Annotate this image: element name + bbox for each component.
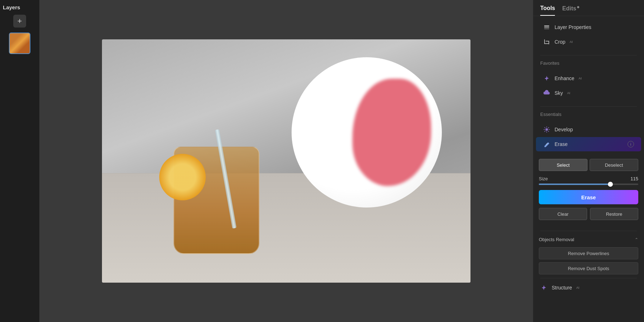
photo-lemon bbox=[159, 154, 206, 200]
edits-dot bbox=[577, 6, 579, 8]
tab-tools[interactable]: Tools bbox=[540, 5, 555, 16]
canvas-area bbox=[39, 0, 533, 322]
layer-thumb-inner bbox=[10, 33, 30, 53]
structure-label: Structure bbox=[552, 285, 572, 291]
tool-item-layer-properties[interactable]: Layer Properties bbox=[536, 20, 641, 34]
size-slider-fill bbox=[539, 184, 610, 185]
canvas-image[interactable] bbox=[102, 39, 470, 283]
remove-dust-spots-button[interactable]: Remove Dust Spots bbox=[539, 262, 638, 274]
size-value: 115 bbox=[630, 176, 638, 181]
tool-label-enhance: Enhance bbox=[555, 75, 574, 81]
chevron-up-icon: ⌃ bbox=[635, 237, 638, 242]
divider-4 bbox=[540, 278, 637, 278]
tool-item-enhance[interactable]: Enhance AI bbox=[536, 71, 641, 86]
section-header-favorites: Favorites bbox=[533, 58, 644, 67]
clear-button[interactable]: Clear bbox=[539, 208, 587, 220]
size-slider-track[interactable] bbox=[539, 184, 638, 185]
tool-section-main: Layer Properties Crop AI bbox=[533, 16, 644, 53]
divider-1 bbox=[540, 55, 637, 55]
tool-label-crop: Crop bbox=[555, 39, 565, 45]
svg-rect-2 bbox=[544, 28, 549, 29]
erase-info-icon[interactable]: i bbox=[628, 141, 634, 147]
layers-icon bbox=[543, 24, 550, 31]
structure-sparkle-icon bbox=[540, 284, 547, 291]
eraser-icon bbox=[543, 141, 550, 148]
structure-row[interactable]: Structure AI bbox=[533, 280, 644, 295]
select-deselect-row: Select Deselect bbox=[539, 159, 638, 171]
svg-rect-1 bbox=[544, 27, 549, 28]
crop-icon bbox=[543, 38, 550, 45]
size-slider-thumb[interactable] bbox=[608, 182, 613, 187]
tool-label-develop: Develop bbox=[555, 127, 573, 132]
layers-panel: Layers + bbox=[0, 0, 39, 322]
tool-section-essentials: Develop Erase i bbox=[533, 118, 644, 155]
clear-restore-row: Clear Restore bbox=[539, 208, 638, 220]
svg-rect-0 bbox=[544, 25, 549, 26]
layers-title: Layers bbox=[3, 4, 20, 10]
right-panel: Tools Edits Layer Properties bbox=[533, 0, 644, 322]
layer-thumbnail[interactable] bbox=[9, 33, 30, 54]
sky-ai-badge: AI bbox=[567, 91, 570, 95]
tool-item-sky[interactable]: Sky AI bbox=[536, 86, 641, 100]
restore-button[interactable]: Restore bbox=[590, 208, 638, 220]
tool-item-crop[interactable]: Crop AI bbox=[536, 35, 641, 49]
structure-ai-badge: AI bbox=[576, 286, 580, 289]
tool-item-erase[interactable]: Erase i bbox=[536, 137, 641, 151]
objects-removal-header[interactable]: Objects Removal ⌃ bbox=[533, 233, 644, 246]
erase-main-button[interactable]: Erase bbox=[539, 190, 638, 204]
deselect-button[interactable]: Deselect bbox=[590, 159, 638, 171]
top-tabs: Tools Edits bbox=[533, 0, 644, 16]
objects-removal-title: Objects Removal bbox=[539, 237, 574, 242]
tool-section-favorites: Enhance AI Sky AI bbox=[533, 67, 644, 104]
erase-controls: Select Deselect Size 115 Erase Clear Res… bbox=[533, 155, 644, 229]
divider-3 bbox=[540, 231, 637, 231]
size-label: Size bbox=[539, 176, 548, 181]
svg-point-3 bbox=[546, 128, 548, 131]
tool-label-layer-properties: Layer Properties bbox=[555, 24, 591, 30]
crop-ai-badge: AI bbox=[570, 40, 573, 44]
sun-icon bbox=[543, 126, 550, 133]
tool-label-erase: Erase bbox=[555, 141, 568, 147]
divider-2 bbox=[540, 106, 637, 107]
remove-powerlines-button[interactable]: Remove Powerlines bbox=[539, 247, 638, 259]
tool-item-develop[interactable]: Develop bbox=[536, 122, 641, 137]
tab-edits[interactable]: Edits bbox=[562, 5, 579, 15]
size-slider-row: Size 115 bbox=[539, 176, 638, 181]
section-header-essentials: Essentials bbox=[533, 109, 644, 118]
tool-label-sky: Sky bbox=[555, 90, 563, 96]
cloud-icon bbox=[543, 89, 550, 97]
select-button[interactable]: Select bbox=[539, 159, 587, 171]
sparkle-icon bbox=[543, 75, 550, 82]
enhance-ai-badge: AI bbox=[579, 77, 582, 80]
add-layer-button[interactable]: + bbox=[13, 15, 26, 28]
